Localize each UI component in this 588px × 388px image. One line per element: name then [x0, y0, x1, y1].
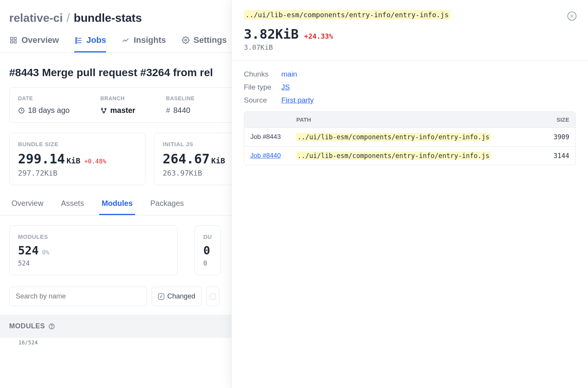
stat-initialjs-unit: KiB	[211, 156, 225, 165]
row-path: ../ui/lib-esm/components/entry-info/entr…	[296, 152, 491, 160]
panel-size: 3.82KiB	[244, 26, 299, 42]
filter-changed[interactable]: ✓ Changed	[152, 287, 202, 306]
job-link[interactable]: Job #8440	[250, 152, 281, 159]
meta-branch-label: BRANCH	[100, 95, 136, 101]
chunk-link[interactable]: main	[281, 70, 297, 78]
meta-baseline-value[interactable]: # 8440	[166, 106, 195, 115]
subtab-modules[interactable]: Modules	[99, 195, 135, 215]
meta-baseline-label: BASELINE	[166, 95, 195, 101]
help-icon[interactable]	[48, 323, 55, 330]
tab-settings[interactable]: Settings	[181, 31, 227, 52]
panel-delta: +24.33%	[304, 32, 333, 40]
duplicate-prev: 0	[203, 259, 212, 267]
modules-section-title: MODULES	[9, 322, 45, 330]
meta-branch-value[interactable]: master	[100, 106, 136, 115]
close-button[interactable]: ✕	[567, 11, 577, 21]
kv-chunks: Chunks main	[244, 70, 576, 78]
modules-count-card: MODULES 524 0% 524	[9, 225, 178, 275]
modules-count-value: 524	[18, 244, 39, 257]
kv-filetype-key: File type	[244, 83, 276, 91]
branch-icon	[100, 107, 107, 114]
source-link[interactable]: First party	[281, 96, 314, 104]
panel-path: ../ui/lib-esm/components/entry-info/entr…	[244, 10, 450, 20]
svg-rect-0	[11, 37, 13, 40]
svg-point-13	[105, 108, 106, 109]
checkbox-empty-icon	[210, 293, 216, 300]
checkbox-icon: ✓	[158, 293, 164, 300]
chart-icon	[121, 36, 130, 44]
list-icon	[74, 36, 83, 44]
close-icon: ✕	[570, 13, 574, 19]
meta-date-value: 18 days ago	[18, 106, 70, 115]
search-input[interactable]	[9, 287, 147, 306]
stat-bundle-prev: 297.72KiB	[18, 169, 137, 177]
stat-bundle-unit: KiB	[67, 156, 80, 165]
kv-source-key: Source	[244, 96, 276, 104]
duplicate-label: DU	[203, 233, 212, 240]
tab-jobs-label: Jobs	[87, 35, 106, 45]
kv-source: Source First party	[244, 96, 576, 104]
duplicate-value: 0	[203, 244, 210, 257]
filter-extra[interactable]	[206, 287, 219, 306]
filetype-link[interactable]: JS	[281, 83, 290, 91]
grid-icon	[9, 36, 18, 44]
duplicate-card: DU 0 0	[194, 225, 221, 275]
breadcrumb-sep: /	[67, 11, 70, 24]
row-size: 3144	[531, 152, 569, 160]
clock-icon	[18, 107, 25, 114]
svg-rect-3	[14, 41, 16, 43]
svg-rect-4	[75, 37, 77, 39]
gear-icon	[181, 36, 190, 44]
tab-overview[interactable]: Overview	[9, 31, 59, 52]
meta-baseline: BASELINE # 8440	[166, 95, 195, 115]
hash-icon: #	[166, 106, 170, 115]
tab-overview-label: Overview	[21, 35, 59, 45]
svg-point-12	[101, 108, 103, 109]
svg-point-16	[51, 328, 52, 328]
meta-branch: BRANCH master	[100, 95, 136, 115]
breadcrumb-repo[interactable]: bundle-stats	[74, 11, 142, 24]
row-size: 3909	[531, 133, 569, 141]
modules-count-label: MODULES	[18, 233, 169, 240]
tab-insights[interactable]: Insights	[121, 31, 166, 52]
svg-rect-6	[75, 40, 77, 41]
th-size: SIZE	[531, 116, 569, 123]
stat-bundle-value: 299.14	[18, 151, 65, 166]
tab-settings-label: Settings	[194, 35, 227, 45]
modules-count-pct: 0%	[42, 249, 49, 256]
row-path: ../ui/lib-esm/components/entry-info/entr…	[296, 133, 491, 141]
detail-panel: ✕ ../ui/lib-esm/components/entry-info/en…	[231, 0, 588, 388]
table-row: Job #8443../ui/lib-esm/components/entry-…	[244, 127, 575, 146]
jobs-table: PATH SIZE Job #8443../ui/lib-esm/compone…	[244, 111, 576, 165]
kv-filetype: File type JS	[244, 83, 576, 91]
subtab-assets[interactable]: Assets	[59, 195, 86, 215]
job-label: Job #8443	[250, 133, 296, 141]
stat-bundle-size: BUNDLE SIZE 299.14KiB +0.48% 297.72KiB	[9, 133, 145, 185]
svg-rect-8	[75, 42, 77, 43]
svg-rect-1	[14, 37, 16, 40]
stat-bundle-delta: +0.48%	[84, 158, 106, 165]
svg-rect-2	[11, 41, 13, 43]
modules-count-prev: 524	[18, 259, 169, 267]
stat-initialjs-value: 264.67	[163, 151, 210, 166]
meta-date-label: DATE	[18, 95, 70, 101]
th-path: PATH	[296, 116, 531, 123]
stat-bundle-label: BUNDLE SIZE	[18, 141, 137, 147]
svg-point-10	[185, 39, 186, 41]
table-row: Job #8440../ui/lib-esm/components/entry-…	[244, 146, 575, 165]
subtab-packages[interactable]: Packages	[148, 195, 186, 215]
breadcrumb-org[interactable]: relative-ci	[9, 11, 63, 24]
subtab-overview[interactable]: Overview	[9, 195, 46, 215]
meta-date: DATE 18 days ago	[18, 95, 70, 115]
filter-changed-label: Changed	[167, 292, 195, 300]
panel-prev-size: 3.07KiB	[244, 43, 576, 51]
kv-chunks-key: Chunks	[244, 70, 276, 78]
tab-jobs[interactable]: Jobs	[74, 31, 106, 52]
tab-insights-label: Insights	[134, 35, 166, 45]
